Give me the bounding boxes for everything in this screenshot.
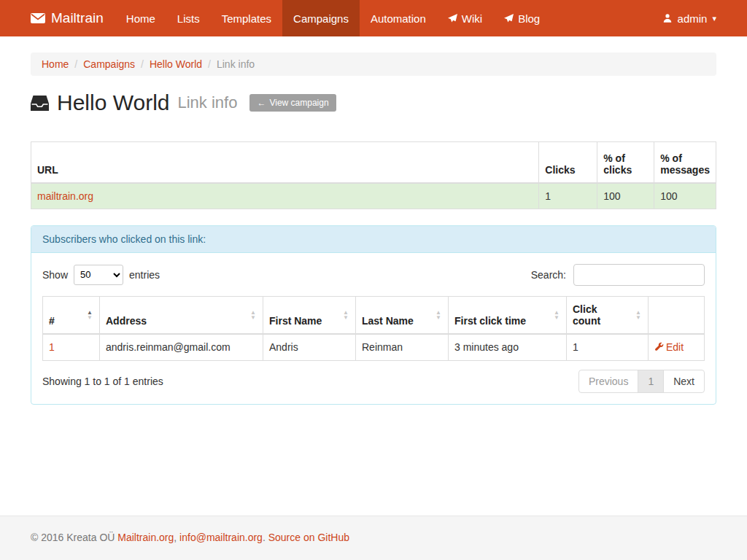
nav-item-blog[interactable]: Blog <box>493 0 551 36</box>
navbar: Mailtrain Home Lists Templates Campaigns… <box>0 0 747 36</box>
send-icon <box>504 14 514 23</box>
column-header-pct-clicks: % of clicks <box>597 142 654 183</box>
entries-label: entries <box>129 269 160 281</box>
wrench-icon <box>654 342 664 351</box>
breadcrumb-current: Link info <box>202 58 255 70</box>
nav-label: Automation <box>371 12 426 25</box>
column-header-index[interactable]: # ▲▼ <box>43 296 100 334</box>
footer: © 2016 Kreata OÜ Mailtrain.org, info@mai… <box>0 516 747 560</box>
table-row: 1 andris.reinman@gmail.com Andris Reinma… <box>43 334 705 361</box>
search-label: Search: <box>531 269 566 281</box>
sort-icon: ▲▼ <box>436 310 441 320</box>
main-content: Home Campaigns Hello World Link info Hel… <box>0 36 747 516</box>
entries-info: Showing 1 to 1 of 1 entries <box>42 376 163 387</box>
subscribers-table: # ▲▼ Address ▲▼ First Name ▲▼ <box>42 296 705 362</box>
cell-url: mailtrain.org <box>31 183 539 209</box>
left-arrow-icon: ← <box>257 98 266 107</box>
nav-label: Campaigns <box>293 12 349 25</box>
length-control: Show 50 entries <box>42 265 160 285</box>
user-menu[interactable]: admin ▾ <box>662 0 716 36</box>
mailtrain-logo-icon <box>31 13 45 23</box>
page-title-text: Hello World <box>57 90 170 115</box>
nav-item-automation[interactable]: Automation <box>360 0 437 36</box>
column-header-actions <box>649 296 705 334</box>
column-header-first-name[interactable]: First Name ▲▼ <box>263 296 356 334</box>
datatable-controls: Show 50 entries Search: <box>42 264 705 286</box>
pagination-next[interactable]: Next <box>664 370 705 393</box>
show-label: Show <box>42 269 68 281</box>
panel-body: Show 50 entries Search: <box>31 253 716 405</box>
cell-first-click-time: 3 minutes ago <box>449 334 567 361</box>
brand-link[interactable]: Mailtrain <box>31 0 115 36</box>
nav-item-home[interactable]: Home <box>115 0 166 36</box>
search-input[interactable] <box>573 264 705 286</box>
nav-label: Templates <box>222 12 271 25</box>
column-header-address[interactable]: Address ▲▼ <box>100 296 263 334</box>
breadcrumb-campaigns[interactable]: Campaigns <box>83 58 135 70</box>
column-header-url: URL <box>31 142 539 183</box>
column-header-pct-messages: % of messages <box>654 142 716 183</box>
nav-label: Lists <box>177 12 200 25</box>
navbar-menu: Home Lists Templates Campaigns Automatio… <box>115 0 551 36</box>
view-campaign-label: View campaign <box>269 98 328 108</box>
separator: . <box>263 532 266 543</box>
inbox-icon <box>31 96 49 111</box>
nav-label: Blog <box>518 12 540 25</box>
footer-link-mailtrain[interactable]: Mailtrain.org <box>117 532 174 543</box>
nav-item-lists[interactable]: Lists <box>166 0 211 36</box>
cell-click-count: 1 <box>567 334 649 361</box>
page-subtitle: Link info <box>178 93 238 112</box>
column-header-first-click-time[interactable]: First click time ▲▼ <box>449 296 567 334</box>
subscribers-header-row: # ▲▼ Address ▲▼ First Name ▲▼ <box>43 296 705 334</box>
column-header-clicks: Clicks <box>539 142 597 183</box>
links-table-header-row: URL Clicks % of clicks % of messages <box>31 142 716 183</box>
link-url[interactable]: mailtrain.org <box>37 190 93 202</box>
nav-label: Wiki <box>462 12 482 25</box>
search-control: Search: <box>531 264 705 286</box>
sort-icon: ▲▼ <box>635 310 641 320</box>
edit-label: Edit <box>666 341 684 353</box>
subscribers-panel: Subscribers who clicked on this link: Sh… <box>31 225 716 405</box>
send-icon <box>448 14 457 23</box>
breadcrumb-hello-world[interactable]: Hello World <box>150 58 202 70</box>
cell-address: andris.reinman@gmail.com <box>100 334 263 361</box>
pagination: Previous 1 Next <box>578 370 705 393</box>
chevron-down-icon: ▾ <box>712 15 716 23</box>
cell-pct-clicks: 100 <box>597 183 654 209</box>
cell-clicks: 1 <box>539 183 597 209</box>
nav-item-templates[interactable]: Templates <box>211 0 282 36</box>
pagination-page-1[interactable]: 1 <box>638 370 664 393</box>
nav-item-campaigns[interactable]: Campaigns <box>282 0 360 36</box>
copyright-text: © 2016 Kreata OÜ <box>31 532 115 543</box>
footer-link-github[interactable]: Source on GitHub <box>268 532 349 543</box>
cell-last-name: Reinman <box>356 334 449 361</box>
sort-icon: ▲▼ <box>250 310 256 320</box>
breadcrumb-home[interactable]: Home <box>42 58 69 70</box>
table-row: mailtrain.org 1 100 100 <box>31 183 716 209</box>
cell-index: 1 <box>43 334 100 361</box>
sort-icon: ▲▼ <box>87 310 93 320</box>
user-icon <box>662 13 673 23</box>
entries-length-select[interactable]: 50 <box>74 265 123 285</box>
sort-icon: ▲▼ <box>343 310 349 320</box>
pagination-previous[interactable]: Previous <box>578 370 638 393</box>
separator: , <box>174 532 177 543</box>
datatable-footer: Showing 1 to 1 of 1 entries Previous 1 N… <box>42 370 705 393</box>
links-table: URL Clicks % of clicks % of messages mai… <box>31 141 716 209</box>
user-label: admin <box>678 12 708 25</box>
cell-first-name: Andris <box>263 334 356 361</box>
column-header-last-name[interactable]: Last Name ▲▼ <box>356 296 449 334</box>
nav-label: Home <box>126 12 155 25</box>
view-campaign-button[interactable]: ← View campaign <box>249 94 336 112</box>
cell-actions: Edit <box>649 334 705 361</box>
panel-title: Subscribers who clicked on this link: <box>31 226 716 253</box>
brand-label: Mailtrain <box>51 10 104 26</box>
nav-item-wiki[interactable]: Wiki <box>437 0 493 36</box>
cell-pct-messages: 100 <box>654 183 716 209</box>
page-header: Hello World Link info ← View campaign <box>31 90 716 115</box>
edit-link[interactable]: Edit <box>654 341 684 353</box>
sort-icon: ▲▼ <box>554 310 560 320</box>
footer-link-email[interactable]: info@mailtrain.org <box>179 532 263 543</box>
breadcrumb: Home Campaigns Hello World Link info <box>31 52 716 76</box>
column-header-click-count[interactable]: Click count ▲▼ <box>567 296 649 334</box>
